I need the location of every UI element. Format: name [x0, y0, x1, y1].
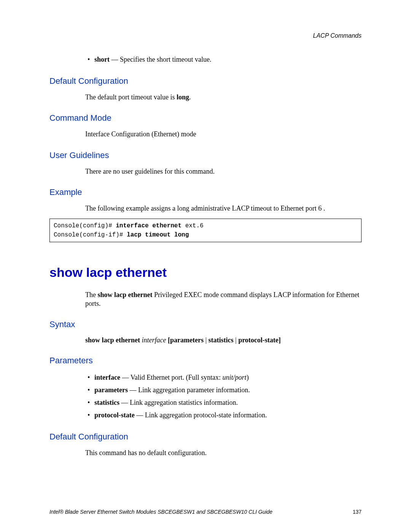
parameters-list: interface — Valid Ethernet port. (Full s… [88, 372, 362, 420]
heading-example: Example [49, 187, 362, 197]
command-mode-text: Interface Configuration (Ethernet) mode [85, 130, 362, 139]
param-item-statistics: statistics — Link aggregation statistics… [88, 398, 362, 408]
command-title: show lacp ethernet [49, 265, 362, 280]
header-section-name: LACP Commands [313, 32, 362, 39]
bullet-desc: — Specifies the short timeout value. [110, 56, 211, 63]
syntax-line: show lacp ethernet interface [parameters… [85, 336, 362, 344]
default-config-1-text: The default port timeout value is long. [85, 93, 362, 102]
heading-default-config-2: Default Configuration [49, 432, 362, 442]
param-item-protocol-state: protocol-state — Link aggregation protoc… [88, 410, 362, 420]
example-text: The following example assigns a long adm… [85, 204, 362, 213]
example-code-block: Console(config)# interface ethernet ext.… [49, 219, 362, 242]
footer-page-number: 137 [353, 509, 362, 515]
bullet-short: short — Specifies the short timeout valu… [88, 54, 362, 65]
heading-parameters: Parameters [49, 356, 362, 366]
heading-syntax: Syntax [49, 320, 362, 329]
param-item-parameters: parameters — Link aggregation parameter … [88, 385, 362, 395]
page-footer: Intel® Blade Server Ethernet Switch Modu… [49, 509, 362, 515]
page-content: short — Specifies the short timeout valu… [49, 54, 362, 458]
param-item-interface: interface — Valid Ethernet port. (Full s… [88, 372, 362, 383]
bullet-keyword: short [94, 56, 110, 63]
top-bullet-list: short — Specifies the short timeout valu… [88, 54, 362, 65]
user-guidelines-text: There are no user guidelines for this co… [85, 167, 362, 176]
document-page: LACP Commands short — Specifies the shor… [0, 0, 411, 532]
heading-user-guidelines: User Guidelines [49, 150, 362, 160]
default-config-2-text: This command has no default configuratio… [85, 449, 362, 457]
footer-title: Intel® Blade Server Ethernet Switch Modu… [49, 509, 272, 515]
heading-command-mode: Command Mode [49, 113, 362, 123]
command-intro: The show lacp ethernet Privileged EXEC m… [85, 291, 362, 308]
heading-default-config-1: Default Configuration [49, 76, 362, 86]
